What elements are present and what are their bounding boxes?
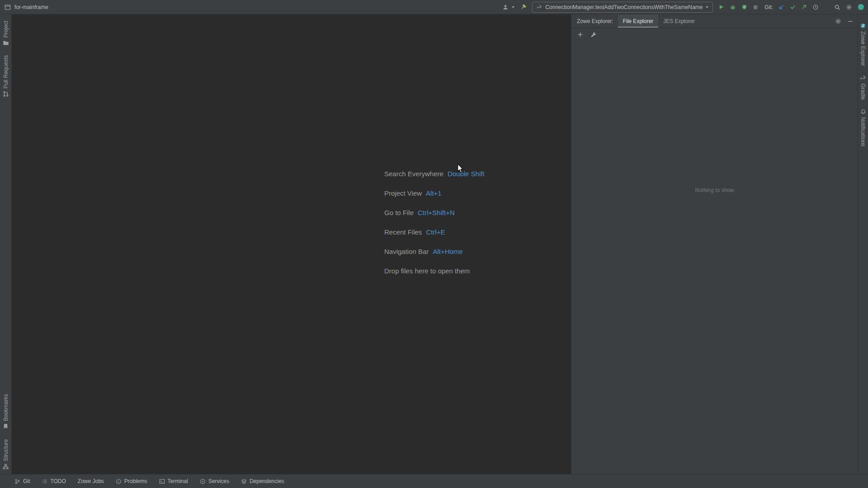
hint-action: Search Everywhere <box>384 170 443 178</box>
zowe-explorer-panel: Zowe Explorer: File Explorer JES Explore… <box>571 14 858 474</box>
hint-row: Navigation Bar Alt+Home <box>384 248 485 257</box>
tab-file-explorer-label: File Explorer <box>623 18 653 24</box>
toolbar-label-terminal: Terminal <box>168 478 188 484</box>
stripe-label-notifications: Notifications <box>860 117 866 146</box>
settings-gear-icon[interactable] <box>846 3 852 11</box>
gear-icon[interactable] <box>835 18 841 24</box>
toolbar-label-zowe-jobs: Zowe Jobs <box>78 478 104 484</box>
hint-row: Go to File Ctrl+Shift+N <box>384 209 485 218</box>
shortcut-hints: Search Everywhere Double Shift Project V… <box>384 170 485 275</box>
ide-window: for-mainframe ConnectionManager.testAddT… <box>0 0 868 488</box>
problems-icon <box>116 479 122 484</box>
left-tool-stripe: Project Pull Requests Bookmarks <box>0 14 12 474</box>
hint-shortcut: Ctrl+E <box>426 228 445 236</box>
toolbar-button-todo[interactable]: TODO <box>42 478 66 484</box>
update-project-icon[interactable] <box>778 3 784 11</box>
stop-icon <box>753 3 758 11</box>
right-tool-stripe: Zowe Explorer Gradle Notifications <box>858 14 868 474</box>
toolbar-button-git[interactable]: Git <box>14 478 30 484</box>
hint-action: Go to File <box>384 209 414 216</box>
left-stripe-top: Project Pull Requests <box>3 14 9 97</box>
stripe-button-gradle[interactable]: Gradle <box>860 75 866 100</box>
zowe-panel-toolbar <box>571 28 858 42</box>
toolbar-button-services[interactable]: Services <box>200 478 229 484</box>
avatar-icon[interactable] <box>858 3 864 11</box>
pull-requests-icon <box>3 91 9 97</box>
tab-jes-explorer-label: JES Explorer <box>663 18 695 24</box>
hint-shortcut: Ctrl+Shift+N <box>418 209 455 216</box>
debug-icon[interactable] <box>730 3 736 11</box>
zowe-panel-header: Zowe Explorer: File Explorer JES Explore… <box>571 14 858 28</box>
toolbar-button-problems[interactable]: Problems <box>116 478 147 484</box>
toolbar-label-dependencies: Dependencies <box>250 478 284 484</box>
chevron-down-icon[interactable] <box>512 6 514 8</box>
titlebar: for-mainframe ConnectionManager.testAddT… <box>0 0 868 14</box>
services-icon <box>200 479 206 484</box>
git-branch-icon <box>14 479 20 484</box>
app-icon <box>5 3 11 11</box>
editor-area[interactable]: Search Everywhere Double Shift Project V… <box>12 14 571 474</box>
hint-shortcut: Alt+Home <box>433 248 462 255</box>
hint-action: Recent Files <box>384 228 422 236</box>
structure-icon <box>3 464 9 469</box>
run-icon[interactable] <box>718 3 724 11</box>
run-configuration-name: ConnectionManager.testAddTwoConnectionsW… <box>545 4 703 10</box>
run-configuration-select[interactable]: ConnectionManager.testAddTwoConnectionsW… <box>532 2 713 13</box>
commit-icon[interactable] <box>790 3 796 11</box>
toolbar-label-services: Services <box>208 478 229 484</box>
terminal-icon <box>159 479 165 484</box>
mouse-cursor <box>457 164 464 174</box>
right-stripe-top: Zowe Explorer Gradle Notifications <box>860 14 866 147</box>
zowe-panel-header-actions <box>835 18 853 24</box>
titlebar-left: for-mainframe <box>5 3 48 11</box>
empty-state-text: Nothing to show <box>695 187 734 474</box>
stripe-button-bookmarks[interactable]: Bookmarks <box>3 394 9 429</box>
toolbar-label-git: Git <box>23 478 30 484</box>
toolbar-button-terminal[interactable]: Terminal <box>159 478 188 484</box>
hint-row: Search Everywhere Double Shift <box>384 170 485 179</box>
left-stripe-bottom: Bookmarks Structure <box>3 394 9 474</box>
add-profile-icon[interactable] <box>577 32 583 38</box>
hide-icon[interactable] <box>848 19 853 24</box>
stripe-button-structure[interactable]: Structure <box>3 439 9 469</box>
history-icon[interactable] <box>812 3 819 11</box>
stripe-label-gradle: Gradle <box>860 84 866 100</box>
zowe-panel-title: Zowe Explorer: <box>577 18 613 24</box>
zowe-explorer-icon <box>860 23 866 29</box>
titlebar-toolbar: ConnectionManager.testAddTwoConnectionsW… <box>502 2 864 13</box>
todo-list-icon <box>42 479 47 484</box>
run-configuration-icon <box>537 3 542 11</box>
tab-file-explorer[interactable]: File Explorer <box>618 14 658 28</box>
bookmarks-icon <box>3 423 9 429</box>
coverage-icon[interactable] <box>741 3 747 11</box>
build-hammer-icon[interactable] <box>520 3 527 11</box>
stripe-label-bookmarks: Bookmarks <box>3 394 9 421</box>
push-icon[interactable] <box>801 3 807 11</box>
toolbar-button-dependencies[interactable]: Dependencies <box>241 478 284 484</box>
hint-shortcut: Alt+1 <box>426 189 442 197</box>
stripe-button-pull-requests[interactable]: Pull Requests <box>3 55 9 97</box>
gradle-icon <box>860 75 866 81</box>
hint-action: Project View <box>384 189 422 197</box>
stripe-button-project[interactable]: Project <box>3 21 9 46</box>
search-everywhere-icon[interactable] <box>834 3 840 11</box>
settings-wrench-icon[interactable] <box>590 32 597 38</box>
stripe-button-zowe-explorer[interactable]: Zowe Explorer <box>860 23 866 66</box>
git-label: Git: <box>764 4 773 10</box>
stripe-label-project: Project <box>3 21 9 38</box>
bottom-tool-bar: Git TODO Zowe Jobs Problems Terminal <box>0 474 868 488</box>
tab-jes-explorer[interactable]: JES Explorer <box>658 14 700 28</box>
toolbar-label-todo: TODO <box>50 478 66 484</box>
drop-files-hint: Drop files here to open them <box>384 267 485 275</box>
zowe-panel-content: Nothing to show <box>571 42 858 474</box>
toolbar-label-problems: Problems <box>124 478 147 484</box>
project-name: for-mainframe <box>14 4 48 10</box>
chevron-down-icon <box>706 6 708 8</box>
notifications-bell-icon <box>860 109 866 115</box>
stripe-button-notifications[interactable]: Notifications <box>860 109 866 146</box>
hint-row: Recent Files Ctrl+E <box>384 228 485 237</box>
user-dropdown-icon[interactable] <box>502 3 509 11</box>
toolbar-button-zowe-jobs[interactable]: Zowe Jobs <box>78 478 104 484</box>
hint-row: Project View Alt+1 <box>384 189 485 198</box>
project-folder-icon <box>3 40 9 46</box>
